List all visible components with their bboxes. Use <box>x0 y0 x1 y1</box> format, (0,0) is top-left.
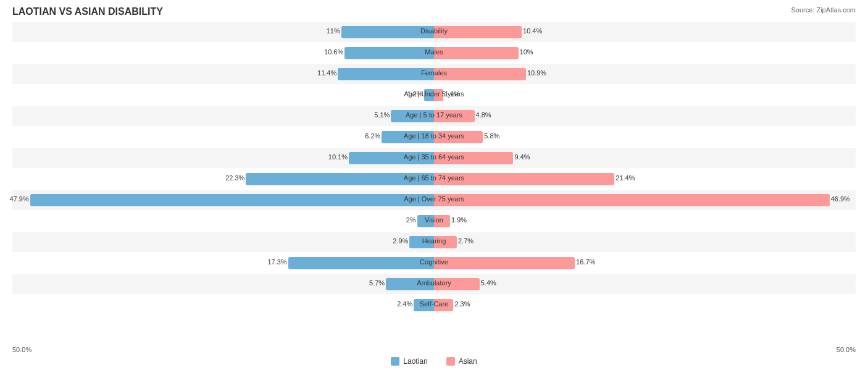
row-label: Males <box>425 48 443 56</box>
value-left: 1.2% <box>407 90 423 98</box>
legend-laotian: Laotian <box>391 357 427 366</box>
value-right: 1.9% <box>451 216 467 224</box>
row-label: Age | 18 to 34 years <box>404 132 464 140</box>
row-label: Age | 65 to 74 years <box>404 174 464 182</box>
value-right: 10.4% <box>523 27 542 35</box>
axis-labels: 50.0% 50.0% <box>12 346 856 353</box>
legend-asian: Asian <box>446 357 477 366</box>
value-left: 10.6% <box>324 48 343 56</box>
row-label: Self-Care <box>420 300 448 308</box>
row-label: Age | Over 75 years <box>404 195 464 203</box>
value-right: 46.9% <box>831 195 850 203</box>
row-label: Age | 5 to 17 years <box>406 111 462 119</box>
chart-area: Disability11%10.4%Males10.6%10%Females11… <box>12 22 856 343</box>
value-left: 10.1% <box>328 153 348 161</box>
row-label: Vision <box>425 216 443 224</box>
value-left: 17.3% <box>267 258 286 266</box>
value-left: 2% <box>406 216 416 224</box>
value-left: 11% <box>327 27 340 35</box>
bar-right <box>434 68 526 80</box>
value-right: 4.8% <box>476 111 491 119</box>
row-label: Disability <box>420 27 448 35</box>
row-label: Hearing <box>422 237 446 245</box>
bar-left <box>338 68 434 80</box>
bar-left <box>30 194 434 206</box>
bar-left <box>288 257 434 269</box>
value-left: 11.4% <box>317 69 336 77</box>
value-right: 5.8% <box>484 132 499 140</box>
table-row: Males10.6%10% <box>12 43 856 63</box>
legend-color-asian <box>446 357 455 366</box>
value-left: 5.7% <box>369 279 385 287</box>
source-label: Source: ZipAtlas.com <box>791 6 856 14</box>
table-row: Cognitive17.3%16.7% <box>12 253 856 273</box>
chart-container: LAOTIAN VS ASIAN DISABILITY Source: ZipA… <box>0 0 868 378</box>
table-row: Age | 65 to 74 years22.3%21.4% <box>12 169 856 189</box>
table-row: Age | 5 to 17 years5.1%4.8% <box>12 106 856 126</box>
table-row: Ambulatory5.7%5.4% <box>12 274 856 294</box>
table-row: Age | 18 to 34 years6.2%5.8% <box>12 127 856 147</box>
value-right: 9.4% <box>514 153 530 161</box>
row-label: Females <box>421 69 447 77</box>
value-left: 22.3% <box>225 174 244 182</box>
bar-right <box>434 47 519 59</box>
legend: Laotian Asian <box>12 357 856 366</box>
chart-title: LAOTIAN VS ASIAN DISABILITY <box>12 6 856 17</box>
bar-left <box>344 47 434 59</box>
row-label: Age | 35 to 64 years <box>404 153 464 161</box>
table-row: Age | Over 75 years47.9%46.9% <box>12 190 856 210</box>
value-right: 10% <box>520 48 533 56</box>
value-left: 2.4% <box>397 300 412 308</box>
table-row: Disability11%10.4% <box>12 22 856 42</box>
bar-right <box>434 257 575 269</box>
table-row: Self-Care2.4%2.3% <box>12 295 856 315</box>
value-right: 5.4% <box>481 279 496 287</box>
table-row: Females11.4%10.9% <box>12 64 856 84</box>
value-right: 2.3% <box>454 300 470 308</box>
axis-left: 50.0% <box>12 346 31 353</box>
value-left: 2.9% <box>393 237 408 245</box>
table-row: Vision2%1.9% <box>12 211 856 231</box>
table-row: Age | Under 5 years1.2%1.1% <box>12 85 856 105</box>
bar-right <box>434 194 830 206</box>
legend-color-laotian <box>391 357 399 366</box>
axis-right: 50.0% <box>837 346 856 353</box>
row-label: Cognitive <box>420 258 448 266</box>
table-row: Hearing2.9%2.7% <box>12 232 856 252</box>
value-right: 16.7% <box>576 258 595 266</box>
value-left: 47.9% <box>9 195 28 203</box>
value-right: 21.4% <box>616 174 635 182</box>
value-right: 10.9% <box>527 69 546 77</box>
value-left: 5.1% <box>374 111 390 119</box>
table-row: Age | 35 to 64 years10.1%9.4% <box>12 148 856 168</box>
legend-label-asian: Asian <box>459 357 477 366</box>
value-right: 1.1% <box>444 90 460 98</box>
value-right: 2.7% <box>458 237 474 245</box>
row-label: Ambulatory <box>417 279 451 287</box>
value-left: 6.2% <box>365 132 380 140</box>
legend-label-laotian: Laotian <box>403 357 427 366</box>
